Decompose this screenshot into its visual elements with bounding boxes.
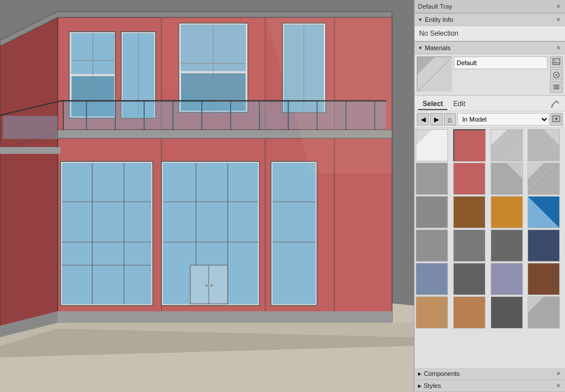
svg-rect-42: [86, 101, 115, 129]
svg-rect-115: [416, 197, 447, 228]
nav-forward-button[interactable]: ▶: [430, 113, 442, 126]
material-swatch-21[interactable]: [453, 296, 485, 329]
components-triangle-icon: ▶: [418, 371, 421, 376]
entity-info-close-button[interactable]: ×: [555, 16, 562, 24]
material-swatch-18[interactable]: [491, 263, 523, 295]
material-swatch-5[interactable]: Brick, Common: [453, 163, 485, 195]
material-swatch-23[interactable]: [528, 296, 560, 329]
tray-pin-button[interactable]: ×: [555, 2, 562, 10]
material-swatch-22[interactable]: [491, 296, 523, 329]
svg-rect-121: [454, 230, 485, 261]
eyedropper-button[interactable]: [549, 98, 562, 111]
svg-rect-78: [58, 311, 392, 323]
svg-rect-129: [454, 297, 485, 328]
material-swatch-14[interactable]: [491, 229, 523, 262]
create-material-button[interactable]: [551, 113, 563, 126]
materials-grid: Brick, Common: [416, 129, 564, 329]
svg-rect-102: [454, 130, 485, 161]
material-swatch-3[interactable]: [528, 129, 560, 161]
svg-point-70: [205, 284, 208, 287]
material-swatch-12[interactable]: [416, 229, 448, 262]
components-close-button[interactable]: ×: [555, 370, 562, 378]
entity-info-title: Entity Info: [425, 16, 453, 23]
material-swatch-10[interactable]: [491, 196, 523, 228]
house-icon: ⌂: [447, 115, 452, 124]
styles-triangle-icon: ▶: [418, 383, 421, 389]
material-swatch-15[interactable]: [528, 229, 560, 262]
svg-marker-3: [0, 17, 58, 346]
svg-rect-120: [416, 230, 447, 261]
svg-point-89: [555, 74, 558, 76]
material-preview-swatch[interactable]: [417, 56, 451, 91]
tray-header: Default Tray ×: [415, 0, 565, 13]
material-swatch-19[interactable]: [528, 263, 560, 295]
material-swatch-16[interactable]: [416, 263, 448, 295]
material-swatch-8[interactable]: [416, 196, 448, 228]
svg-rect-124: [416, 263, 447, 295]
svg-rect-116: [454, 197, 485, 228]
material-swatch-20[interactable]: [416, 296, 448, 329]
materials-preview-area: [415, 54, 565, 96]
material-swatch-9[interactable]: [453, 196, 485, 228]
svg-rect-130: [491, 297, 522, 328]
svg-rect-54: [3, 116, 58, 139]
svg-point-71: [210, 284, 213, 287]
material-options-button[interactable]: [550, 81, 563, 93]
svg-rect-41: [63, 101, 86, 129]
svg-rect-126: [491, 263, 522, 295]
svg-rect-128: [416, 297, 447, 328]
material-swatch-4[interactable]: [416, 163, 448, 195]
nav-back-button[interactable]: ◀: [417, 113, 429, 126]
nav-home-button[interactable]: ⌂: [444, 113, 456, 126]
material-swatch-11[interactable]: [528, 196, 560, 228]
entity-info-status: No Selection: [415, 26, 565, 41]
svg-rect-27: [0, 147, 61, 154]
tab-select[interactable]: Select: [418, 99, 447, 110]
svg-rect-117: [491, 197, 522, 228]
components-title: Components: [424, 370, 459, 377]
svg-rect-44: [144, 101, 173, 129]
material-swatch-0[interactable]: [416, 129, 448, 161]
svg-rect-108: [416, 163, 447, 194]
entity-info-triangle-icon: ▼: [418, 17, 423, 22]
entity-info-header[interactable]: ▼ Entity Info ×: [415, 13, 565, 26]
material-swatch-2[interactable]: [491, 129, 523, 161]
material-swatch-17[interactable]: [453, 263, 485, 295]
tab-edit[interactable]: Edit: [449, 99, 470, 110]
styles-section[interactable]: ▶ Styles ×: [415, 380, 565, 392]
svg-rect-73: [273, 163, 315, 304]
svg-rect-127: [528, 263, 559, 295]
styles-title: Styles: [424, 382, 441, 389]
materials-header[interactable]: ▼ Materials ×: [415, 42, 565, 54]
svg-rect-86: [554, 60, 556, 62]
material-swatch-1[interactable]: [453, 129, 485, 161]
styles-close-button[interactable]: ×: [555, 382, 562, 390]
entity-info-section: ▼ Entity Info × No Selection: [415, 13, 565, 42]
svg-rect-43: [115, 101, 144, 129]
materials-close-button[interactable]: ×: [555, 44, 562, 52]
svg-rect-122: [491, 230, 522, 261]
svg-rect-109: [454, 163, 485, 194]
svg-rect-125: [454, 263, 485, 295]
materials-nav-bar: ◀ ▶ ⌂ In Model Colors Brick, Cladding an…: [415, 111, 565, 128]
materials-tab-bar: Select Edit: [415, 96, 565, 111]
materials-location-dropdown[interactable]: In Model Colors Brick, Cladding and Sidi…: [457, 113, 549, 126]
material-swatch-13[interactable]: [453, 229, 485, 262]
tray-title: Default Tray: [418, 3, 452, 10]
material-swatch-6[interactable]: [491, 163, 523, 195]
materials-triangle-icon: ▼: [418, 46, 423, 51]
materials-title: Materials: [425, 44, 451, 51]
svg-line-95: [552, 105, 552, 108]
3d-viewport[interactable]: [0, 0, 414, 392]
materials-section: ▼ Materials ×: [415, 42, 565, 368]
components-section[interactable]: ▶ Components ×: [415, 368, 565, 380]
materials-grid-container[interactable]: Brick, Common: [415, 128, 565, 368]
svg-point-96: [558, 102, 559, 104]
material-sample-button[interactable]: [550, 69, 563, 81]
svg-line-94: [552, 101, 556, 105]
material-browse-button[interactable]: [550, 56, 563, 68]
material-swatch-7[interactable]: [528, 163, 560, 195]
material-name-input[interactable]: [454, 56, 548, 69]
svg-rect-45: [173, 101, 202, 129]
material-action-icons: [550, 56, 563, 93]
